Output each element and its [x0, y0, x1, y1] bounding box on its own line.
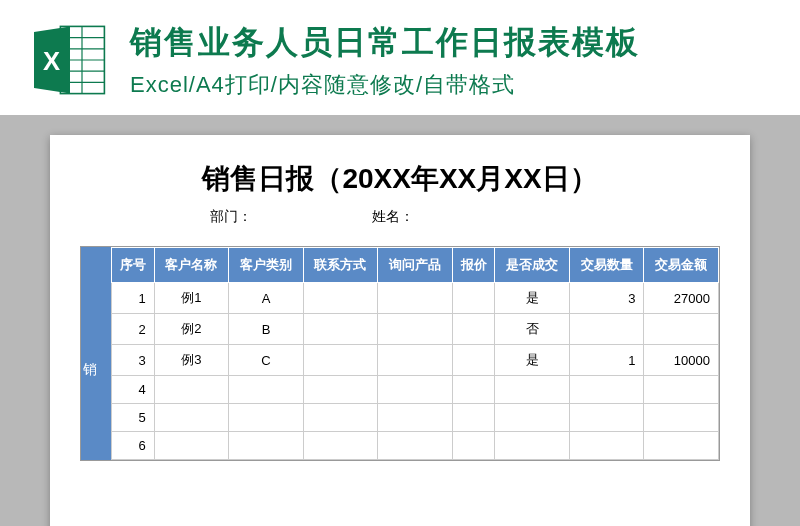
col-deal: 是否成交 — [495, 248, 570, 283]
cell-deal: 否 — [495, 314, 570, 345]
cell-qty: 1 — [569, 345, 644, 376]
col-category: 客户类别 — [229, 248, 304, 283]
cell-customer: 例3 — [154, 345, 229, 376]
cell-qty: 3 — [569, 283, 644, 314]
cell-seq: 1 — [112, 283, 155, 314]
col-qty: 交易数量 — [569, 248, 644, 283]
cell-category: A — [229, 283, 304, 314]
cell-category — [229, 432, 304, 460]
cell-amount — [644, 432, 719, 460]
cell-product — [378, 432, 453, 460]
cell-quote — [452, 314, 495, 345]
cell-customer — [154, 404, 229, 432]
document-meta: 部门： 姓名： — [80, 208, 720, 226]
cell-product — [378, 283, 453, 314]
table-row: 2例2B否 — [112, 314, 719, 345]
table-row: 6 — [112, 432, 719, 460]
cell-customer: 例1 — [154, 283, 229, 314]
table-row: 4 — [112, 376, 719, 404]
col-seq: 序号 — [112, 248, 155, 283]
name-label: 姓名： — [372, 208, 414, 226]
cell-product — [378, 314, 453, 345]
table-header-row: 序号 客户名称 客户类别 联系方式 询问产品 报价 是否成交 交易数量 交易金额 — [112, 248, 719, 283]
document-sheet: 销售日报（20XX年XX月XX日） 部门： 姓名： 销 序号 客户名称 客户类别… — [50, 135, 750, 526]
cell-customer — [154, 376, 229, 404]
cell-amount — [644, 376, 719, 404]
cell-deal — [495, 432, 570, 460]
cell-quote — [452, 404, 495, 432]
page-subtitle: Excel/A4打印/内容随意修改/自带格式 — [130, 70, 770, 100]
cell-qty — [569, 404, 644, 432]
cell-contact — [303, 404, 378, 432]
cell-category: C — [229, 345, 304, 376]
svg-text:X: X — [43, 47, 60, 75]
cell-quote — [452, 283, 495, 314]
cell-amount — [644, 314, 719, 345]
cell-quote — [452, 345, 495, 376]
table-row: 1例1A是327000 — [112, 283, 719, 314]
cell-seq: 6 — [112, 432, 155, 460]
cell-seq: 4 — [112, 376, 155, 404]
cell-category — [229, 376, 304, 404]
table-row: 5 — [112, 404, 719, 432]
cell-seq: 5 — [112, 404, 155, 432]
cell-contact — [303, 376, 378, 404]
cell-qty — [569, 314, 644, 345]
table-side-label: 销 — [81, 247, 111, 460]
cell-contact — [303, 432, 378, 460]
cell-category: B — [229, 314, 304, 345]
table-row: 3例3C是110000 — [112, 345, 719, 376]
col-contact: 联系方式 — [303, 248, 378, 283]
cell-seq: 2 — [112, 314, 155, 345]
col-product: 询问产品 — [378, 248, 453, 283]
page-header: X 销售业务人员日常工作日报表模板 Excel/A4打印/内容随意修改/自带格式 — [0, 0, 800, 115]
cell-amount: 10000 — [644, 345, 719, 376]
cell-product — [378, 376, 453, 404]
header-text: 销售业务人员日常工作日报表模板 Excel/A4打印/内容随意修改/自带格式 — [130, 21, 770, 100]
cell-deal: 是 — [495, 345, 570, 376]
cell-deal: 是 — [495, 283, 570, 314]
cell-product — [378, 345, 453, 376]
cell-qty — [569, 376, 644, 404]
cell-customer — [154, 432, 229, 460]
cell-contact — [303, 283, 378, 314]
cell-deal — [495, 376, 570, 404]
cell-amount: 27000 — [644, 283, 719, 314]
table-container: 销 序号 客户名称 客户类别 联系方式 询问产品 报价 是否成交 交易数量 交易… — [80, 246, 720, 461]
cell-quote — [452, 376, 495, 404]
col-amount: 交易金额 — [644, 248, 719, 283]
cell-category — [229, 404, 304, 432]
cell-deal — [495, 404, 570, 432]
dept-label: 部门： — [210, 208, 252, 226]
col-quote: 报价 — [452, 248, 495, 283]
col-customer: 客户名称 — [154, 248, 229, 283]
cell-customer: 例2 — [154, 314, 229, 345]
cell-quote — [452, 432, 495, 460]
cell-product — [378, 404, 453, 432]
cell-qty — [569, 432, 644, 460]
document-preview-area: 销售日报（20XX年XX月XX日） 部门： 姓名： 销 序号 客户名称 客户类别… — [0, 115, 800, 526]
cell-seq: 3 — [112, 345, 155, 376]
page-title: 销售业务人员日常工作日报表模板 — [130, 21, 770, 65]
cell-contact — [303, 314, 378, 345]
sales-table: 序号 客户名称 客户类别 联系方式 询问产品 报价 是否成交 交易数量 交易金额… — [111, 247, 719, 460]
excel-icon: X — [30, 20, 110, 100]
cell-amount — [644, 404, 719, 432]
document-title: 销售日报（20XX年XX月XX日） — [80, 160, 720, 198]
cell-contact — [303, 345, 378, 376]
